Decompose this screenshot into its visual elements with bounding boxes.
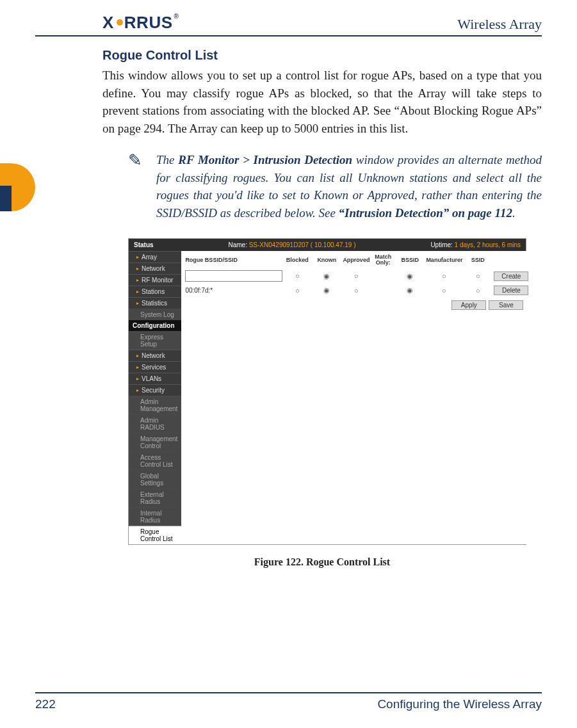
sidebar-sub-adminradius[interactable]: Admin RADIUS <box>129 414 181 433</box>
chevron-right-icon: ▸ <box>136 266 139 271</box>
col-blocked: Blocked <box>284 257 311 263</box>
col-known: Known <box>313 257 340 263</box>
chevron-right-icon: ▸ <box>136 376 139 382</box>
radio-blocked[interactable]: ○ <box>284 287 311 295</box>
apply-button[interactable]: Apply <box>451 300 486 310</box>
chevron-right-icon: ▸ <box>136 387 139 393</box>
col-ssid2: SSID <box>464 257 491 263</box>
row-ssid-value: 00:0f:7d:* <box>185 287 281 294</box>
header-product-name: Wireless Array <box>457 16 542 33</box>
sidebar-item-stations[interactable]: ▸Stations <box>129 286 181 297</box>
sidebar-item-label: RF Monitor <box>142 277 173 284</box>
footer-rule <box>35 692 542 693</box>
radio-blocked[interactable]: ○ <box>284 272 311 280</box>
section-heading: Rogue Control List <box>102 48 542 63</box>
action-buttons: Apply Save <box>181 298 527 312</box>
chevron-right-icon: ▸ <box>136 277 139 283</box>
page-footer: 222 Configuring the Wireless Array <box>35 692 542 711</box>
note-block: ✎ The RF Monitor > Intrusion Detection w… <box>102 151 542 222</box>
chevron-right-icon: ▸ <box>136 300 139 306</box>
sidebar-item-label: Array <box>142 254 157 261</box>
sidebar-item-rfmonitor[interactable]: ▸RF Monitor <box>129 274 181 286</box>
name-label: Name: <box>228 241 247 248</box>
delete-button[interactable]: Delete <box>494 286 528 295</box>
note-bold-2: “Intrusion Detection” on page 112 <box>339 206 512 220</box>
create-button[interactable]: Create <box>494 271 528 281</box>
header-rule <box>35 35 542 36</box>
table-row: ○ ◉ ○ ◉ ○ ○ Create <box>181 269 527 284</box>
sidebar-item-label: Stations <box>142 288 165 295</box>
sidebar-sub-acl[interactable]: Access Control List <box>129 451 181 470</box>
col-matchonly: Match Only: <box>372 254 394 266</box>
note-text: The RF Monitor > Intrusion Detection win… <box>156 151 542 222</box>
side-blue-stub <box>0 186 12 211</box>
note-post: . <box>512 206 516 220</box>
radio-approved[interactable]: ○ <box>343 287 370 295</box>
rogue-ssid-input[interactable] <box>185 270 282 282</box>
sidebar-item-statistics[interactable]: ▸Statistics <box>129 297 181 309</box>
chevron-right-icon: ▸ <box>136 254 139 260</box>
chevron-right-icon: ▸ <box>136 289 139 295</box>
radio-known[interactable]: ◉ <box>313 286 340 295</box>
figure-caption: Figure 122. Rogue Control List <box>102 556 542 568</box>
col-manufacturer: Manufacturer <box>426 257 462 263</box>
radio-ssid[interactable]: ○ <box>464 272 491 280</box>
sidebar-sub-extradius[interactable]: External Radius <box>129 489 181 507</box>
shot-topbar: Status Name: SS-XN0429091D207 ( 10.100.4… <box>129 239 526 251</box>
brand-logo: X RRUS ® <box>102 13 177 33</box>
sidebar-item-array[interactable]: ▸Array <box>129 251 181 263</box>
content-area: Rogue BSSID/SSID Blocked Known Approved … <box>181 251 527 544</box>
radio-known[interactable]: ◉ <box>313 272 340 280</box>
sidebar-item-label: VLANs <box>142 375 161 382</box>
brand-text-right: RRUS <box>124 13 173 33</box>
sidebar-sub-mgmtcontrol[interactable]: Management Control <box>129 433 181 451</box>
col-match-line2: Only: <box>376 259 391 266</box>
sidebar-sub-expresssetup[interactable]: Express Setup <box>129 331 181 350</box>
page-number: 222 <box>35 697 56 711</box>
note-bold-1: RF Monitor > Intrusion Detection <box>178 153 352 166</box>
radio-manufacturer[interactable]: ○ <box>426 287 462 295</box>
brand-dot-icon <box>117 19 123 26</box>
col-ssid: Rogue BSSID/SSID <box>185 257 281 263</box>
sidebar-item-label: Services <box>142 364 166 371</box>
radio-bssid[interactable]: ◉ <box>396 286 423 295</box>
page-header: X RRUS ® Wireless Array <box>35 13 542 33</box>
chevron-right-icon: ▸ <box>136 364 139 370</box>
name-value: SS-XN0429091D207 ( 10.100.47.19 ) <box>249 241 356 248</box>
registered-mark: ® <box>174 13 179 20</box>
radio-ssid[interactable]: ○ <box>464 287 491 295</box>
sidebar-item-vlans[interactable]: ▸VLANs <box>129 373 181 384</box>
save-button[interactable]: Save <box>489 300 523 310</box>
radio-bssid[interactable]: ◉ <box>396 272 423 280</box>
chevron-right-icon: ▸ <box>136 353 139 359</box>
status-label: Status <box>134 241 154 248</box>
radio-approved[interactable]: ○ <box>343 272 370 280</box>
sidebar-heading-configuration: Configuration <box>129 320 181 331</box>
sidebar-item-services[interactable]: ▸Services <box>129 361 181 373</box>
sidebar: ▸Array ▸Network ▸RF Monitor ▸Stations ▸S… <box>129 251 181 544</box>
brand-text-left: X <box>102 13 114 33</box>
sidebar-item-security[interactable]: ▸Security <box>129 384 181 396</box>
note-pre: The <box>156 153 178 166</box>
radio-manufacturer[interactable]: ○ <box>426 272 462 280</box>
sidebar-selected-rogue[interactable]: Rogue Control List <box>129 526 181 544</box>
sidebar-item-label: Network <box>142 265 165 272</box>
sidebar-sub-adminmgmt[interactable]: Admin Management <box>129 396 181 414</box>
sidebar-sub-systemlog[interactable]: System Log <box>129 309 181 320</box>
sidebar-item-network[interactable]: ▸Network <box>129 263 181 274</box>
sidebar-item-label: Security <box>142 387 165 394</box>
column-headers: Rogue BSSID/SSID Blocked Known Approved … <box>181 251 527 269</box>
body-paragraph: This window allows you to set up a contr… <box>102 67 542 137</box>
table-row: 00:0f:7d:* ○ ◉ ○ ◉ ○ ○ Delete <box>181 284 527 298</box>
col-approved: Approved <box>343 257 370 263</box>
sidebar-item-label: Network <box>142 352 165 359</box>
embedded-screenshot: Status Name: SS-XN0429091D207 ( 10.100.4… <box>128 238 526 545</box>
uptime-value: 1 days, 2 hours, 6 mins <box>455 241 521 248</box>
uptime-label: Uptime: <box>430 241 452 248</box>
pencil-icon: ✎ <box>128 151 142 222</box>
sidebar-item-label: Statistics <box>142 300 167 307</box>
sidebar-sub-global[interactable]: Global Settings <box>129 470 181 489</box>
chapter-title: Configuring the Wireless Array <box>377 697 542 711</box>
sidebar-sub-intradius[interactable]: Internal Radius <box>129 507 181 526</box>
sidebar-item-network2[interactable]: ▸Network <box>129 350 181 361</box>
